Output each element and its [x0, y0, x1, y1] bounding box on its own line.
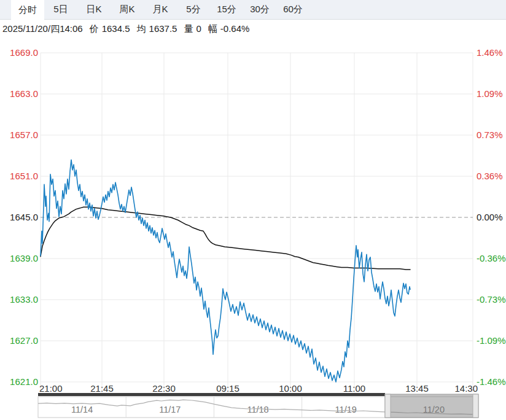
y-axis-label-left: 1639.0	[10, 253, 38, 263]
navigator-date-label: 11/14	[71, 405, 93, 414]
y-axis-label-right: 0.36%	[477, 171, 503, 181]
navigator-date-label: 11/19	[335, 405, 357, 414]
y-axis-label-right: -0.73%	[477, 294, 506, 305]
y-axis-label-left: 1663.0	[10, 88, 38, 99]
y-axis-label-right: -0.36%	[477, 253, 506, 263]
y-axis-label-right: -1.46%	[477, 376, 506, 387]
y-axis-label-left: 1657.0	[10, 130, 38, 140]
y-axis-label-right: 0.00%	[477, 212, 503, 222]
main-chart: 21:0021:4522:3009:1510:0011:0013:4514:30…	[0, 0, 506, 420]
y-axis-label-right: 1.09%	[477, 88, 503, 99]
y-axis-label-left: 1669.0	[10, 47, 38, 58]
y-axis-label-left: 1633.0	[10, 294, 38, 305]
navigator-handle-right[interactable]	[473, 394, 478, 418]
y-axis-label-left: 1621.0	[10, 376, 38, 387]
y-axis-label-left: 1645.0	[10, 212, 38, 222]
navigator-selection[interactable]	[385, 394, 478, 418]
tab-timeline[interactable]: 分时	[11, 0, 44, 20]
chart-plot-area[interactable]	[41, 47, 473, 392]
navigator-date-label: 11/18	[247, 405, 268, 414]
y-axis-label-right: -1.09%	[477, 335, 506, 346]
navigator-handle-left[interactable]	[385, 394, 391, 418]
x-axis-bar	[38, 393, 385, 396]
y-axis-label-right: 0.73%	[477, 130, 503, 140]
y-axis-label-left: 1651.0	[10, 171, 38, 181]
navigator-date-label: 11/17	[159, 405, 181, 414]
y-axis-label-right: 1.46%	[477, 47, 503, 58]
y-axis-label-left: 1627.0	[10, 335, 38, 346]
